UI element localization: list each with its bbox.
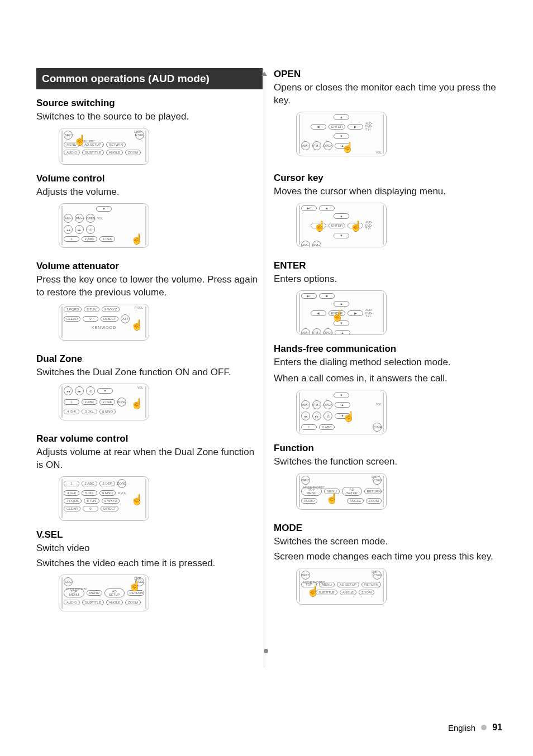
divider-line: [264, 76, 264, 668]
key-6-icon: 6 MNO: [99, 409, 116, 414]
label-disp: DISP: [134, 130, 141, 133]
adsetup-button-icon: AD SETUP: [337, 582, 359, 587]
nav-down-icon: ▼: [96, 206, 112, 212]
label-modes: AUD•DVD•T V•: [365, 309, 372, 318]
return-button-icon: RETURN: [361, 582, 381, 587]
footer-language: English: [448, 723, 475, 733]
hand-icon: ☝: [131, 233, 143, 245]
page-footer: English 91: [448, 722, 502, 733]
figure-dual-zone: VOL ◂◂▸▸✆▼ 12 ABC3 DEFZONE 4 GHI5 JKL6 M…: [59, 384, 149, 420]
phone-button-icon: ✆: [86, 225, 95, 234]
fm-button-icon: FM+: [312, 328, 321, 336]
enter-button-icon: ENTER: [329, 124, 345, 130]
heading-volume-control: Volume control: [36, 173, 263, 185]
heading-dual-zone: Dual Zone: [36, 353, 263, 365]
figure-rear-volume: 12 ABC3 DEFZONE 4 GHI5 JKL6 MNOR.VOL 7 P…: [59, 476, 149, 521]
label-mode-fnc: MODE FNC/PBC: [303, 581, 325, 584]
left-column: Common operations (AUD mode) Source swit…: [36, 68, 263, 615]
text-rear-volume: Adjusts volume at rear when the Dual Zon…: [36, 446, 263, 472]
key-7-icon: 7 PQRS: [64, 498, 82, 504]
triangle-up-icon: [261, 71, 267, 76]
phone-button-icon: ✆: [86, 386, 95, 395]
clear-button-icon: CLEAR: [64, 316, 80, 322]
am-button-icon: AM−: [301, 400, 310, 409]
nav-up-icon: ▲: [334, 114, 349, 120]
nav-left-icon: ◀: [311, 124, 326, 130]
heading-function: Function: [274, 442, 500, 454]
nav-right-icon: ▶: [348, 310, 363, 316]
label-vol: VOL: [376, 151, 382, 154]
hand-icon: ☝: [307, 585, 319, 597]
key-1-icon: 1: [301, 424, 317, 430]
text-source-switching: Switches to the source to be played.: [36, 111, 263, 123]
src-button-icon: SRC: [64, 577, 73, 586]
label-kenwood: KENWOOD: [92, 326, 116, 329]
label-mode-fnc: MODE FNC/PBC: [66, 587, 87, 591]
text-mode-2: Screen mode changes each time you press …: [274, 551, 500, 563]
nav-up-icon: ▲: [335, 402, 350, 408]
hand-icon: ☝: [129, 580, 141, 592]
audio-button-icon: AUDIO: [301, 498, 317, 504]
angle-button-icon: ANGLE: [106, 150, 123, 155]
heading-open: OPEN: [274, 68, 500, 80]
stop-button-icon: ■: [319, 205, 335, 211]
label-rvol: R.VOL: [118, 491, 126, 495]
return-button-icon: RETURN: [364, 489, 382, 494]
figure-enter: ▶II■ ▲ ◀ENTER▶ AUD•DVD•T V• ▼ AM−FM+OPEN…: [296, 290, 387, 335]
fm-button-icon: FM+: [75, 214, 84, 223]
key-4-icon: 4 GHI: [64, 409, 79, 414]
next-button-icon: ▸▸: [75, 386, 84, 395]
key-4-icon: 4 GHI: [64, 490, 79, 496]
nav-right-icon: ▶: [348, 124, 363, 130]
hand-icon: ☝: [342, 410, 355, 423]
audio-button-icon: AUDIO: [64, 150, 80, 155]
prev-button-icon: ◂◂: [301, 412, 310, 420]
next-button-icon: ▸▸: [312, 412, 321, 420]
hand-icon: ☝: [341, 141, 354, 154]
text-hands-free-2: When a call comes in, it answers the cal…: [274, 372, 500, 385]
hand-icon: ☝: [331, 310, 344, 322]
subtitle-button-icon: SUBTITLE: [82, 600, 104, 605]
nav-up-icon: ▲: [334, 213, 349, 219]
figure-hands-free: ▼ AM−FM+OPEN▲ VOL ◂◂▸▸✆▼ 12 ABCZONE ☝: [296, 390, 387, 434]
playpause-button-icon: ▶II: [301, 205, 317, 211]
key-8-icon: 8 TUV: [84, 307, 99, 312]
angle-button-icon: ANGLE: [106, 600, 123, 605]
heading-mode: MODE: [274, 522, 500, 534]
key-1-icon: 1: [64, 481, 79, 486]
figure-function: DISP SRCV.SEL MODE FNC/PBC TOP MENUMENUA…: [296, 473, 387, 510]
am-button-icon: AM−: [64, 214, 73, 223]
hand-icon: ☝: [326, 492, 338, 505]
audio-button-icon: AUDIO: [64, 600, 80, 605]
nav-left-icon: ◀: [311, 310, 326, 316]
zoom-button-icon: ZOOM: [366, 498, 382, 504]
figure-source-switching: DISP SRCV.SEL FNC/PBC MENUAD SETUPRETURN…: [59, 128, 149, 165]
footer-dot-icon: [481, 725, 487, 730]
src-button-icon: SRC: [64, 131, 73, 140]
nav-down-icon: ▼: [334, 233, 349, 238]
am-button-icon: AM−: [301, 328, 310, 336]
heading-volume-attenuator: Volume attenuator: [36, 260, 263, 272]
src-button-icon: SRC: [301, 571, 310, 580]
footer-page-number: 91: [492, 722, 502, 733]
key-6-icon: 6 MNO: [99, 490, 116, 496]
heading-hands-free: Hands-free communication: [274, 343, 500, 355]
prev-button-icon: ◂◂: [64, 386, 73, 395]
hand-icon: ☝: [350, 220, 362, 232]
am-button-icon: AM−: [301, 241, 310, 248]
return-button-icon: RETURN: [106, 142, 126, 147]
att-button-icon: ATT: [121, 314, 130, 323]
open-button-icon: OPEN: [323, 328, 332, 336]
fm-button-icon: FM+: [312, 400, 321, 409]
text-cursor: Moves the cursor when displaying menu.: [274, 185, 500, 198]
key-9-icon: 9 WXYZ: [102, 307, 120, 312]
direct-button-icon: DIRECT: [101, 316, 118, 322]
key-7-icon: 7 PQRS: [64, 307, 82, 312]
text-vsel-1: Switch video: [36, 542, 263, 555]
enter-button-icon: ENTER: [329, 223, 345, 228]
text-hands-free-1: Enters the dialing method selection mode…: [274, 356, 500, 369]
nav-down-icon: ▼: [97, 388, 113, 394]
figure-vsel: DISP SRCV.SEL MODE FNC/PBC TOP MENUMENUA…: [59, 575, 149, 611]
nav-up-icon: ▲: [334, 301, 349, 307]
direct-button-icon: DIRECT: [101, 506, 118, 511]
